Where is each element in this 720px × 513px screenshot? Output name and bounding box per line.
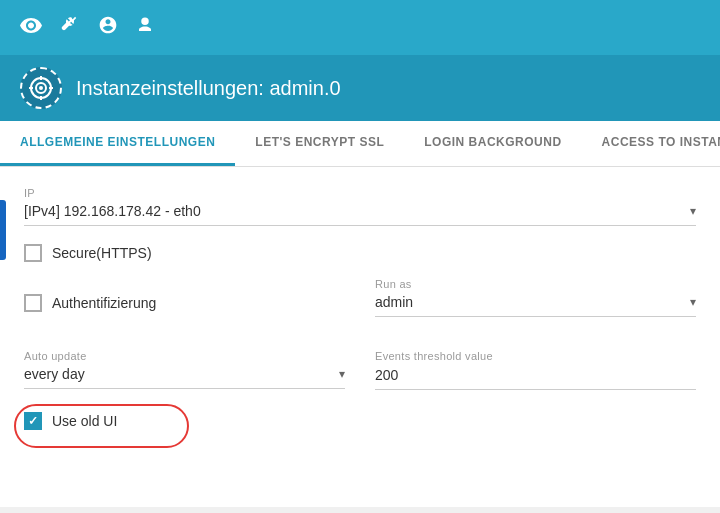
ip-value: [IPv4] 192.168.178.42 - eth0 (24, 203, 690, 219)
settings-icon[interactable] (98, 15, 118, 40)
content-area: IP [IPv4] 192.168.178.42 - eth0 ▾ Secure… (0, 167, 720, 507)
ip-field-group: IP [IPv4] 192.168.178.42 - eth0 ▾ (24, 187, 696, 226)
tab-general[interactable]: ALLGEMEINE EINSTELLUNGEN (0, 121, 235, 166)
use-old-ui-row: Use old UI (24, 412, 117, 430)
top-nav (0, 0, 720, 55)
instance-logo (20, 67, 62, 109)
tab-ssl[interactable]: LET'S ENCRYPT SSL (235, 121, 404, 166)
auth-checkbox[interactable] (24, 294, 42, 312)
autoupdate-select[interactable]: every day ▾ (24, 366, 345, 389)
secure-checkbox-row: Secure(HTTPS) (24, 244, 696, 262)
runas-arrow-icon[interactable]: ▾ (690, 295, 696, 309)
secure-checkbox[interactable] (24, 244, 42, 262)
auth-col: Authentifizierung (24, 278, 345, 328)
tabs-bar: ALLGEMEINE EINSTELLUNGEN LET'S ENCRYPT S… (0, 121, 720, 167)
tab-login[interactable]: LOGIN BACKGROUND (404, 121, 581, 166)
ip-dropdown-arrow-icon[interactable]: ▾ (690, 204, 696, 218)
runas-col: Run as admin ▾ (375, 278, 696, 328)
wrench-icon[interactable] (60, 15, 80, 40)
events-threshold-input[interactable] (375, 367, 696, 390)
auth-label: Authentifizierung (52, 295, 156, 311)
ip-label: IP (24, 187, 696, 199)
user-icon[interactable] (136, 15, 154, 40)
events-label: Events threshold value (375, 350, 696, 362)
secure-label: Secure(HTTPS) (52, 245, 152, 261)
autoupdate-arrow-icon[interactable]: ▾ (339, 367, 345, 381)
auth-checkbox-row: Authentifizierung (24, 294, 345, 312)
use-old-ui-label: Use old UI (52, 413, 117, 429)
ip-select-wrapper[interactable]: [IPv4] 192.168.178.42 - eth0 ▾ (24, 203, 696, 226)
svg-point-2 (39, 86, 43, 90)
instance-header: Instanzeinstellungen: admin.0 (0, 55, 720, 121)
events-col: Events threshold value (375, 350, 696, 390)
runas-value: admin (375, 294, 690, 310)
update-events-row: Auto update every day ▾ Events threshold… (24, 350, 696, 390)
instance-title: Instanzeinstellungen: admin.0 (76, 77, 341, 100)
eye-icon[interactable] (20, 16, 42, 39)
runas-label: Run as (375, 278, 696, 290)
autoupdate-label: Auto update (24, 350, 345, 362)
runas-select[interactable]: admin ▾ (375, 294, 696, 317)
use-old-ui-checkbox[interactable] (24, 412, 42, 430)
tab-access[interactable]: ACCESS TO INSTANCES (582, 121, 720, 166)
auth-runas-row: Authentifizierung Run as admin ▾ (24, 278, 696, 328)
autoupdate-col: Auto update every day ▾ (24, 350, 345, 390)
left-accent-bar (0, 200, 6, 260)
autoupdate-value: every day (24, 366, 339, 382)
